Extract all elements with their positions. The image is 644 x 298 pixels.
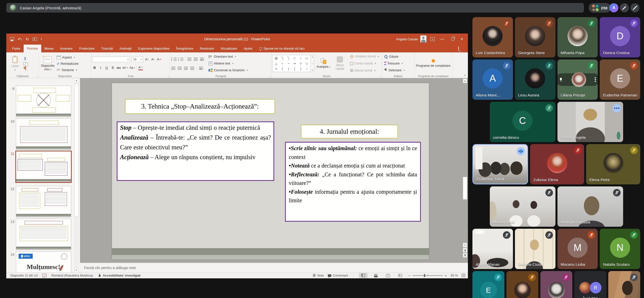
tab-fișier[interactable]: Fișier xyxy=(9,45,24,52)
align-left-icon[interactable] xyxy=(171,67,175,70)
shape-icon[interactable]: □ xyxy=(294,56,296,60)
shape-icon[interactable]: { xyxy=(294,67,295,71)
scroll-up-icon[interactable]: ▲ xyxy=(74,78,78,83)
participant-tile[interactable]: Nina Gar... xyxy=(608,271,640,298)
new-slide-button[interactable]: Diapozitiv nou ▾ xyxy=(40,54,56,74)
accessibility-status[interactable]: Accesibilitate: investigați xyxy=(98,274,141,277)
paste-button[interactable]: Lipire▾ xyxy=(7,54,23,74)
annotate-off-button[interactable] xyxy=(630,3,639,12)
start-slideshow-icon[interactable] xyxy=(33,38,37,41)
bold-button[interactable]: B xyxy=(92,65,97,71)
font-size-combo[interactable]: 18▾ xyxy=(132,57,143,62)
annotate-button[interactable] xyxy=(620,3,629,12)
slide-text-box-1[interactable]: Stop – Oprește-te imediat când simți o r… xyxy=(117,121,274,181)
font-color-button[interactable]: A xyxy=(138,65,143,70)
layout-button[interactable]: Aspect xyxy=(56,55,79,60)
participant-tile[interactable]: RÎncă 234 xyxy=(574,271,606,298)
participant-tile[interactable]: Liliana Pricopi xyxy=(557,59,598,100)
strikethrough-button[interactable]: abc xyxy=(116,65,121,71)
editor-scrollbar[interactable]: ▲ ▼ ▲▲ ▼▼ xyxy=(463,79,467,262)
tab-ajutor[interactable]: Ajutor xyxy=(240,45,256,52)
shrink-font-icon[interactable]: A˅ xyxy=(151,57,155,62)
shape-icon[interactable]: ∿ xyxy=(275,67,277,71)
participant-tile[interactable]: EEudochia Patraman xyxy=(600,59,640,100)
grow-font-icon[interactable]: A˄ xyxy=(145,57,149,62)
shape-icon[interactable]: ╲ xyxy=(281,56,283,60)
shape-icon[interactable]: ⇒ xyxy=(293,62,296,65)
zoom-slider[interactable] xyxy=(413,275,443,276)
participant-tile[interactable]: Georgeta Stere xyxy=(515,17,555,57)
pin-icon[interactable] xyxy=(559,78,563,82)
shape-icon[interactable]: ⇓ xyxy=(299,62,302,65)
format-painter-icon[interactable] xyxy=(23,67,27,71)
reset-button[interactable]: ↺Reinițializare xyxy=(56,61,79,67)
fit-to-window-icon[interactable] xyxy=(462,274,465,277)
quick-styles-button[interactable]: Stiluri rapide xyxy=(333,54,347,73)
scroll-down-icon[interactable]: ▼ xyxy=(463,243,467,247)
undo-icon[interactable]: ↶▾ xyxy=(18,37,22,41)
shape-outline-button[interactable]: Contur formă xyxy=(349,61,380,67)
participant-tile[interactable]: Zubciuc Elena xyxy=(530,144,584,184)
zoom-slider-handle[interactable] xyxy=(424,274,425,277)
slide-title-box-2[interactable]: 4. Jurnalul emoțional: xyxy=(301,125,398,139)
tab-tranziții[interactable]: Tranziții xyxy=(98,45,116,52)
tab-revizuire[interactable]: Revizuire xyxy=(197,45,217,52)
more-options-icon[interactable] xyxy=(595,79,596,80)
shape-icon[interactable]: ( xyxy=(282,67,283,71)
scroll-up-icon[interactable]: ▲ xyxy=(463,79,467,83)
align-text-button[interactable]: Aliniere text xyxy=(208,61,249,67)
arrange-button[interactable]: Aranjare ▾ xyxy=(316,54,331,73)
tab-spune-mi-ce-dorești-să-faci[interactable]: Spune-mi ce dorești să faci xyxy=(256,45,308,52)
slide-thumbnail-10[interactable] xyxy=(16,118,71,150)
shape-icon[interactable]: ¬ xyxy=(288,62,289,65)
participant-tile[interactable]: Elena Petre xyxy=(586,144,640,184)
tab-vizualizare[interactable]: Vizualizare xyxy=(217,45,240,52)
cut-icon[interactable] xyxy=(23,57,27,61)
participant-tile[interactable]: Ccornelia titescu xyxy=(490,102,555,142)
shape-icon[interactable]: ○ xyxy=(300,56,302,60)
select-button[interactable]: Selectare xyxy=(383,68,413,73)
tab-меню[interactable]: Меню xyxy=(41,45,57,52)
shape-icon[interactable]: ◇ xyxy=(306,62,308,65)
char-spacing-button[interactable]: AV xyxy=(123,65,128,71)
align-right-icon[interactable] xyxy=(184,67,188,70)
change-case-button[interactable]: Aa xyxy=(129,65,135,71)
shape-fill-button[interactable]: Umplere formă xyxy=(349,54,380,59)
notes-toggle[interactable]: Note xyxy=(313,274,324,277)
shape-icon[interactable]: ☆ xyxy=(305,67,308,71)
participant-tile[interactable]: Casian Angela xyxy=(557,102,623,142)
redo-icon[interactable]: ↻ xyxy=(26,37,29,41)
slide-canvas[interactable]: 3. Tehnica „Stop–Analizează–Acționează”:… xyxy=(112,83,429,259)
shape-icon[interactable]: ) xyxy=(288,67,289,71)
tab-proiectare[interactable]: Proiectare xyxy=(76,45,98,52)
spell-check-icon[interactable]: ✕ xyxy=(43,274,46,277)
text-direction-button[interactable]: Orientare text xyxy=(208,54,249,60)
bullets-icon[interactable] xyxy=(171,57,176,61)
shape-icon[interactable]: ▭ xyxy=(305,56,308,60)
slide-text-box-2[interactable]: •Scrie zilnic sau săptămânal: ce emoții … xyxy=(285,142,421,222)
slide-thumbnail-11[interactable] xyxy=(15,151,72,183)
thumbnails-scrollbar[interactable]: ▲ ▼ xyxy=(74,78,78,273)
notes-pane[interactable]: Faceți clic pentru a adăuga note xyxy=(80,263,468,273)
drawing-dialog-launcher[interactable]: ⌟ xyxy=(380,75,381,77)
tab-pornire[interactable]: Pornire xyxy=(24,45,41,52)
participant-tile[interactable]: NNatalia Scutaru xyxy=(600,229,640,269)
slide-thumbnail-13[interactable] xyxy=(16,219,71,250)
customize-qat-icon[interactable]: ▾ xyxy=(41,38,42,40)
tab-expunere-diapozitive[interactable]: Expunere diapozitive xyxy=(135,45,173,52)
participants-count-button[interactable]: EMN 258 xyxy=(589,3,611,13)
participant-tile[interactable]: MMocanu Liuba xyxy=(557,229,598,269)
participant-tile[interactable]: Luis Castanheira xyxy=(472,17,513,57)
increase-indent-icon[interactable] xyxy=(194,57,198,61)
zoom-out-button[interactable]: − xyxy=(408,273,411,278)
participant-tile[interactable]: Ina Prisăcaru xyxy=(540,271,572,298)
font-name-combo[interactable]: ▾ xyxy=(92,57,130,62)
shape-icon[interactable]: } xyxy=(300,67,301,71)
find-button[interactable]: Găsire xyxy=(383,54,413,60)
zoom-level[interactable]: 55 % xyxy=(451,274,458,277)
numbering-icon[interactable] xyxy=(178,57,183,61)
participant-tile[interactable]: Marina Vlasî xyxy=(490,186,555,227)
slide-title-box-1[interactable]: 3. Tehnica „Stop–Analizează–Acționează”: xyxy=(125,99,275,114)
zoom-in-button[interactable]: + xyxy=(445,273,447,278)
clipboard-dialog-launcher[interactable]: ⌟ xyxy=(37,75,38,77)
